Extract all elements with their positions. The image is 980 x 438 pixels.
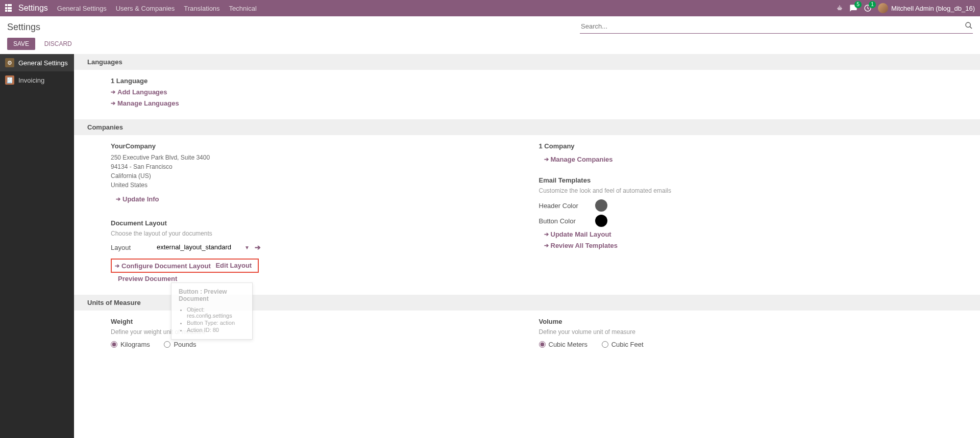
manage-companies-link[interactable]: ➔Manage Companies xyxy=(544,156,613,163)
content: Languages 1 Language ➔Add Languages ➔Man… xyxy=(74,54,980,438)
review-templates-link[interactable]: ➔Review All Templates xyxy=(544,242,618,249)
configure-doc-layout-link[interactable]: ➔Configure Document Layout xyxy=(115,262,211,270)
highlight-box: ➔Configure Document Layout Edit Layout xyxy=(111,259,259,273)
messages-badge: 5 xyxy=(854,1,862,8)
nav-users-companies[interactable]: Users & Companies xyxy=(116,5,175,12)
gear-icon: ⚙ xyxy=(5,58,14,67)
sidebar-item-general-settings[interactable]: ⚙ General Settings xyxy=(0,54,74,71)
user-name[interactable]: Mitchell Admin (blog_db_16) xyxy=(891,5,975,12)
sidebar-item-label: General Settings xyxy=(18,59,68,67)
nav-general-settings[interactable]: General Settings xyxy=(57,5,107,12)
messages-icon[interactable]: 5 xyxy=(849,4,857,12)
tooltip-action: Action ID: 80 xyxy=(187,327,245,333)
app-title: Settings xyxy=(18,4,48,13)
company-count: 1 Company xyxy=(539,142,957,150)
tooltip-object: Object: res.config.settings xyxy=(187,306,245,319)
preview-document-link[interactable]: Preview Document xyxy=(118,275,177,282)
update-info-link[interactable]: ➔Update Info xyxy=(116,195,159,203)
tooltip-type: Button Type: action xyxy=(187,320,245,326)
company-addr2: 94134 - San Francisco xyxy=(111,162,529,171)
section-languages: Languages xyxy=(74,54,980,70)
search-box xyxy=(580,20,973,34)
nav-technical[interactable]: Technical xyxy=(229,5,257,12)
sidebar-item-invoicing[interactable]: 🧾 Invoicing xyxy=(0,71,74,89)
update-mail-layout-link[interactable]: ➔Update Mail Layout xyxy=(544,230,611,238)
apps-icon[interactable] xyxy=(5,4,13,12)
email-templates-desc: Customize the look and feel of automated… xyxy=(539,187,957,194)
invoice-icon: 🧾 xyxy=(5,75,14,85)
button-color-label: Button Color xyxy=(539,217,595,225)
section-companies: Companies xyxy=(74,119,980,135)
search-icon[interactable] xyxy=(965,21,973,31)
company-addr3: California (US) xyxy=(111,171,529,181)
sub-header: Settings xyxy=(0,16,980,34)
header-color-swatch[interactable] xyxy=(595,199,607,212)
actions: SAVE DISCARD xyxy=(0,34,980,54)
sidebar: ⚙ General Settings 🧾 Invoicing xyxy=(0,54,74,438)
svg-point-1 xyxy=(966,22,970,27)
header-color-label: Header Color xyxy=(539,202,595,210)
debug-icon[interactable] xyxy=(836,5,843,12)
top-nav: Settings General Settings Users & Compan… xyxy=(0,0,980,16)
email-templates-title: Email Templates xyxy=(539,176,957,184)
layout-select[interactable] xyxy=(157,242,241,252)
layout-label: Layout xyxy=(111,244,157,251)
button-color-swatch[interactable] xyxy=(595,215,607,227)
add-languages-link[interactable]: ➔Add Languages xyxy=(111,88,167,96)
doc-layout-title: Document Layout xyxy=(111,219,529,227)
search-input[interactable] xyxy=(580,20,962,32)
page-title: Settings xyxy=(7,22,40,33)
external-link-icon[interactable]: ➔ xyxy=(255,243,261,251)
discard-button[interactable]: DISCARD xyxy=(39,38,77,50)
company-addr1: 250 Executive Park Blvd, Suite 3400 xyxy=(111,153,529,162)
manage-languages-link[interactable]: ➔Manage Languages xyxy=(111,99,179,107)
company-addr4: United States xyxy=(111,181,529,190)
radio-kilograms[interactable]: Kilograms xyxy=(111,341,150,348)
chevron-down-icon[interactable]: ▼ xyxy=(242,245,252,250)
activities-icon[interactable]: 1 xyxy=(864,4,872,12)
sidebar-item-label: Invoicing xyxy=(18,76,44,84)
save-button[interactable]: SAVE xyxy=(7,38,35,50)
radio-cubic-feet[interactable]: Cubic Feet xyxy=(602,341,644,348)
debug-tooltip: Button : Preview Document Object: res.co… xyxy=(171,282,253,340)
language-count: 1 Language xyxy=(111,77,967,85)
tooltip-title: Button : Preview Document xyxy=(179,288,245,302)
volume-title: Volume xyxy=(539,318,957,325)
avatar[interactable] xyxy=(878,3,888,13)
radio-cubic-meters[interactable]: Cubic Meters xyxy=(539,341,588,348)
radio-pounds[interactable]: Pounds xyxy=(164,341,196,348)
volume-desc: Define your volume unit of measure xyxy=(539,328,957,336)
doc-layout-desc: Choose the layout of your documents xyxy=(111,230,529,237)
company-name: YourCompany xyxy=(111,142,529,150)
edit-layout-link[interactable]: Edit Layout xyxy=(215,262,252,269)
activities-badge: 1 xyxy=(869,1,876,8)
nav-translations[interactable]: Translations xyxy=(184,5,219,12)
